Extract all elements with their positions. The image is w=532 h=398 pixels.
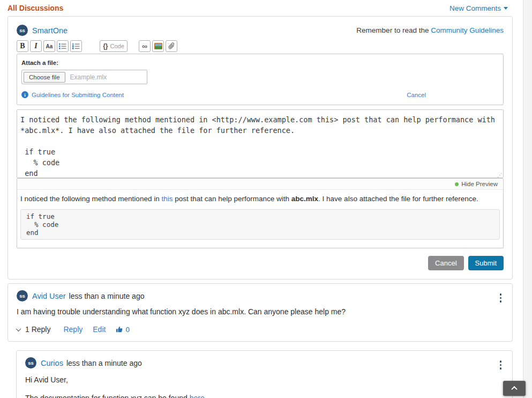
preview-this-link[interactable]: this <box>161 195 173 203</box>
author-link[interactable]: SmartOne <box>32 26 68 35</box>
discussions-page: All Discussions New Comments ss SmartOne… <box>0 0 532 398</box>
numbered-list-button[interactable] <box>70 40 82 52</box>
comment-card: ss Avid User less than a minute ago I am… <box>8 283 513 342</box>
sort-label: New Comments <box>449 4 501 12</box>
comment-editor-card: ss SmartOne Remember to read the Communi… <box>8 16 513 279</box>
link-icon: ∞ <box>142 42 147 50</box>
avatar[interactable]: ss <box>17 25 28 36</box>
caret-down-icon <box>504 7 508 10</box>
comment-timestamp: less than a minute ago <box>69 292 145 300</box>
replies-count-toggle[interactable]: 1 Reply <box>25 325 50 334</box>
attach-file-button[interactable] <box>166 40 177 52</box>
file-input[interactable]: Choose file Example.mlx <box>21 70 147 84</box>
sort-dropdown[interactable]: New Comments <box>449 4 508 12</box>
bullet-list-icon <box>59 43 66 49</box>
preview-text: I noticed the following method mentioned… <box>20 195 161 203</box>
edit-link[interactable]: Edit <box>93 325 106 334</box>
preview-code-block: if true % code end <box>20 209 500 240</box>
reply-text: The documentation for function xyz can b… <box>25 394 190 398</box>
reply-card: ss Curios less than a minute ago Hi Avid… <box>16 350 513 398</box>
comment-textarea[interactable]: I noticed the following method mentioned… <box>17 109 504 178</box>
font-size-button[interactable]: Aa <box>43 40 55 52</box>
bullet-list-button[interactable] <box>57 40 69 52</box>
attach-file-label: Attach a file: <box>21 60 499 66</box>
community-guidelines-link[interactable]: Community Guidelines <box>431 26 504 34</box>
comment-footer: 1 Reply Reply Edit 0 <box>17 325 504 334</box>
bold-button[interactable]: B <box>17 40 28 52</box>
scroll-to-top-button[interactable] <box>503 381 526 396</box>
like-button[interactable]: 0 <box>116 326 130 334</box>
preview-body: I noticed the following method mentioned… <box>17 190 503 248</box>
reply-header: ss Curios less than a minute ago <box>25 357 504 368</box>
guidelines-reminder: Remember to read the Community Guideline… <box>356 26 504 34</box>
comment-options-kebab-icon[interactable] <box>499 292 503 304</box>
comment-header: ss Avid User less than a minute ago <box>17 290 504 301</box>
code-label: Code <box>110 43 124 49</box>
code-button[interactable]: {} Code <box>100 40 128 52</box>
editor-buttons: Cancel Submit <box>17 256 504 270</box>
formatting-toolbar: B I Aa {} Code ∞ <box>17 40 504 52</box>
editor-header: ss SmartOne Remember to read the Communi… <box>17 25 504 36</box>
cancel-button[interactable]: Cancel <box>428 256 463 270</box>
reply-options-kebab-icon[interactable] <box>499 359 503 371</box>
comment-body: I am having trouble understanding what f… <box>17 307 504 316</box>
avatar[interactable]: ss <box>17 290 28 301</box>
collapse-replies-chevron-icon[interactable] <box>16 326 21 331</box>
reply-author-link[interactable]: Curios <box>41 359 63 367</box>
reply-timestamp: less than a minute ago <box>66 359 142 367</box>
top-bar: All Discussions New Comments <box>0 0 532 12</box>
attach-file-panel: Attach a file: Choose file Example.mlx G… <box>17 54 504 105</box>
numbered-list-icon <box>72 43 80 49</box>
choose-file-button[interactable]: Choose file <box>24 72 65 83</box>
preview-header: Hide Preview <box>17 179 503 190</box>
submitting-content-guidelines-link[interactable]: Guidelines for Submitting Content <box>32 92 124 98</box>
like-count: 0 <box>125 326 130 334</box>
preview-text: post that can help performance with <box>173 195 291 203</box>
info-icon <box>21 91 28 98</box>
reply-greeting: Hi Avid User, <box>25 375 504 384</box>
reply-body: The documentation for function xyz can b… <box>25 394 504 398</box>
preview-paragraph: I noticed the following method mentioned… <box>20 195 500 203</box>
attach-panel-footer: Guidelines for Submitting Content Cancel <box>21 91 499 98</box>
editor-textarea-wrap: I noticed the following method mentioned… <box>17 109 504 178</box>
reply-text: . <box>205 394 209 398</box>
code-braces-icon: {} <box>103 42 108 50</box>
preview-status-dot <box>455 182 459 186</box>
attach-cancel-link[interactable]: Cancel <box>407 92 426 98</box>
image-icon <box>154 43 162 49</box>
hide-preview-toggle[interactable]: Hide Preview <box>461 181 498 187</box>
insert-link-button[interactable]: ∞ <box>139 40 151 52</box>
reminder-text: Remember to read the <box>356 26 431 34</box>
insert-image-button[interactable] <box>152 40 164 52</box>
preview-text: . I have also attached the file for furt… <box>318 195 478 203</box>
preview-panel: Hide Preview I noticed the following met… <box>17 178 504 248</box>
avatar[interactable]: ss <box>25 357 36 368</box>
italic-button[interactable]: I <box>30 40 42 52</box>
paperclip-icon <box>168 42 175 50</box>
file-input-placeholder: Example.mlx <box>70 73 107 81</box>
breadcrumb-all-discussions[interactable]: All Discussions <box>8 4 63 12</box>
chevron-up-icon <box>511 386 517 392</box>
reply-link[interactable]: Reply <box>63 325 83 334</box>
thumbs-up-icon <box>116 326 123 333</box>
comment-author-link[interactable]: Avid User <box>32 292 66 300</box>
scrollbar[interactable] <box>523 0 532 398</box>
reply-here-link[interactable]: here <box>190 394 205 398</box>
submit-button[interactable]: Submit <box>468 256 504 270</box>
preview-bold-text: abc.mlx <box>291 195 318 203</box>
